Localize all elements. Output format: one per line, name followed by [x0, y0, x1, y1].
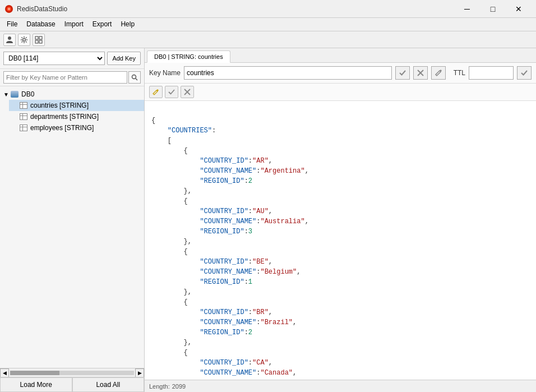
app-icon	[4, 4, 13, 13]
close-button[interactable]: ✕	[506, 0, 532, 18]
menu-import[interactable]: Import	[60, 19, 88, 30]
key-name-label: Key Name	[149, 69, 181, 77]
svg-line-10	[136, 79, 137, 80]
ttl-label: TTL	[454, 69, 465, 77]
filter-row	[0, 69, 144, 86]
check-icon[interactable]	[165, 86, 178, 98]
add-key-button[interactable]: Add Key	[107, 52, 141, 65]
tree-label-countries: countries [STRING]	[30, 102, 89, 109]
menu-database[interactable]: Database	[22, 19, 59, 30]
tree-node-countries[interactable]: countries [STRING]	[9, 100, 144, 111]
length-value: 2099	[172, 383, 186, 390]
svg-rect-6	[39, 36, 42, 39]
left-panel: DB0 [114] Add Key ▼ DB0	[0, 48, 145, 392]
main-layout: DB0 [114] Add Key ▼ DB0	[0, 48, 536, 392]
menu-export[interactable]: Export	[88, 19, 117, 30]
window-controls: ─ □ ✕	[454, 0, 532, 18]
cancel-key-button[interactable]	[413, 66, 428, 80]
tree-children: countries [STRING] departments [STRING] …	[0, 100, 144, 133]
table-icon-departments	[19, 112, 28, 121]
db-selector[interactable]: DB0 [114]	[3, 52, 105, 65]
length-label: Length:	[149, 383, 170, 390]
horizontal-scroll: ◀ ▶	[0, 368, 144, 377]
svg-rect-7	[35, 40, 38, 43]
load-all-button[interactable]: Load All	[72, 377, 145, 392]
scroll-right-button[interactable]: ▶	[135, 368, 144, 377]
key-name-input[interactable]	[184, 66, 392, 80]
ttl-input[interactable]	[469, 66, 514, 80]
bottom-buttons: Load More Load All	[0, 377, 144, 392]
title-bar: RedisDataStudio ─ □ ✕	[0, 0, 536, 18]
pencil-icon[interactable]	[149, 86, 163, 98]
tab-countries[interactable]: DB0 | STRING: countries	[147, 50, 230, 63]
table-icon-countries	[19, 101, 28, 110]
main-toolbar	[0, 31, 536, 48]
database-icon	[10, 90, 19, 99]
svg-point-4	[23, 38, 26, 41]
svg-point-2	[8, 8, 10, 10]
tree-node-db0[interactable]: ▼ DB0	[0, 89, 144, 100]
right-panel: DB0 | STRING: countries Key Name	[145, 48, 536, 392]
tree-area: ▼ DB0 countries [STRING]	[0, 86, 144, 368]
edit-toolbar	[145, 84, 536, 101]
minimize-button[interactable]: ─	[454, 0, 480, 18]
person-icon[interactable]	[3, 34, 16, 46]
tree-label-departments: departments [STRING]	[30, 113, 99, 121]
tree-node-employees[interactable]: employees [STRING]	[9, 122, 144, 133]
svg-rect-8	[39, 40, 42, 43]
x-icon[interactable]	[181, 86, 194, 98]
status-bar: Length: 2099	[145, 380, 536, 392]
scroll-left-button[interactable]: ◀	[0, 368, 9, 377]
leaf-spacer-3	[11, 124, 19, 132]
load-more-button[interactable]: Load More	[0, 377, 72, 392]
table-icon-employees	[19, 123, 28, 132]
edit-key-button[interactable]	[431, 66, 446, 80]
tab-bar: DB0 | STRING: countries	[145, 48, 536, 63]
svg-rect-5	[35, 36, 38, 39]
search-button[interactable]	[128, 71, 141, 84]
expand-icon: ▼	[2, 90, 10, 98]
tree-label-db0: DB0	[21, 90, 34, 98]
key-name-row: Key Name TTL	[145, 63, 536, 84]
gear-icon[interactable]	[18, 34, 30, 46]
grid-icon[interactable]	[33, 34, 45, 46]
confirm-key-button[interactable]	[395, 66, 410, 80]
tree-node-departments[interactable]: departments [STRING]	[9, 111, 144, 122]
app-title: RedisDataStudio	[17, 5, 454, 13]
svg-point-9	[132, 75, 136, 79]
json-content[interactable]: { "COUNTRIES": [ { "COUNTRY_ID":"AR", "C…	[145, 101, 536, 380]
leaf-spacer	[11, 102, 19, 109]
confirm-ttl-button[interactable]	[517, 66, 532, 80]
db-selector-row: DB0 [114] Add Key	[0, 48, 144, 69]
leaf-spacer-2	[11, 113, 19, 121]
maximize-button[interactable]: □	[480, 0, 506, 18]
filter-input[interactable]	[3, 71, 127, 84]
svg-point-3	[8, 36, 11, 40]
tree-label-employees: employees [STRING]	[30, 124, 94, 132]
menu-bar: File Database Import Export Help	[0, 18, 536, 31]
menu-help[interactable]: Help	[116, 19, 139, 30]
menu-file[interactable]: File	[2, 19, 22, 30]
